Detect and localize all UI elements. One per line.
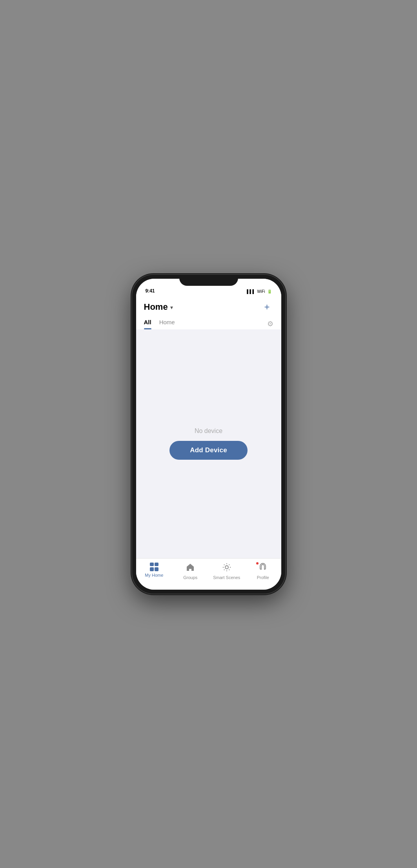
no-device-text: No device	[195, 428, 222, 435]
phone-frame: 9:41 ▌▌▌ WiFi 🔋 Home ▾ + All	[132, 275, 285, 594]
gear-icon[interactable]: ⚙	[267, 320, 273, 328]
bottom-nav: My Home Groups	[136, 558, 281, 590]
main-content: No device Add Device	[136, 329, 281, 558]
nav-item-smart-scenes[interactable]: Smart Scenes	[209, 563, 245, 580]
tab-home[interactable]: Home	[159, 319, 175, 329]
add-device-button[interactable]: Add Device	[169, 441, 248, 460]
svg-line-6	[229, 569, 229, 570]
wifi-icon: WiFi	[257, 289, 265, 294]
svg-line-7	[229, 564, 229, 565]
battery-icon: 🔋	[267, 289, 272, 294]
tab-all[interactable]: All	[144, 319, 151, 329]
nav-label-groups: Groups	[183, 575, 197, 580]
smart-scenes-icon	[222, 563, 231, 574]
profile-badge	[256, 562, 259, 565]
tabs: All Home	[144, 319, 175, 329]
tabs-row: All Home ⚙	[144, 319, 273, 329]
notch	[179, 275, 238, 286]
add-button[interactable]: +	[261, 301, 273, 313]
nav-item-my-home[interactable]: My Home	[136, 563, 173, 577]
chevron-down-icon: ▾	[170, 304, 173, 311]
nav-label-smart-scenes: Smart Scenes	[213, 575, 240, 580]
status-icons: ▌▌▌ WiFi 🔋	[247, 289, 271, 294]
my-home-icon	[150, 563, 158, 571]
header-top: Home ▾ +	[144, 301, 273, 313]
signal-icon: ▌▌▌	[247, 289, 255, 294]
nav-label-my-home: My Home	[145, 573, 163, 577]
groups-icon	[186, 563, 195, 574]
screen: 9:41 ▌▌▌ WiFi 🔋 Home ▾ + All	[136, 279, 281, 590]
svg-point-0	[225, 566, 228, 569]
svg-line-5	[224, 564, 224, 565]
header: Home ▾ + All Home ⚙	[136, 296, 281, 329]
nav-item-groups[interactable]: Groups	[172, 563, 209, 580]
profile-icon	[258, 563, 268, 574]
home-title-button[interactable]: Home ▾	[144, 302, 173, 312]
status-time: 9:41	[146, 288, 155, 294]
svg-line-8	[224, 569, 224, 570]
home-title-text: Home	[144, 302, 168, 312]
nav-item-profile[interactable]: Profile	[245, 563, 281, 580]
nav-label-profile: Profile	[257, 575, 269, 580]
